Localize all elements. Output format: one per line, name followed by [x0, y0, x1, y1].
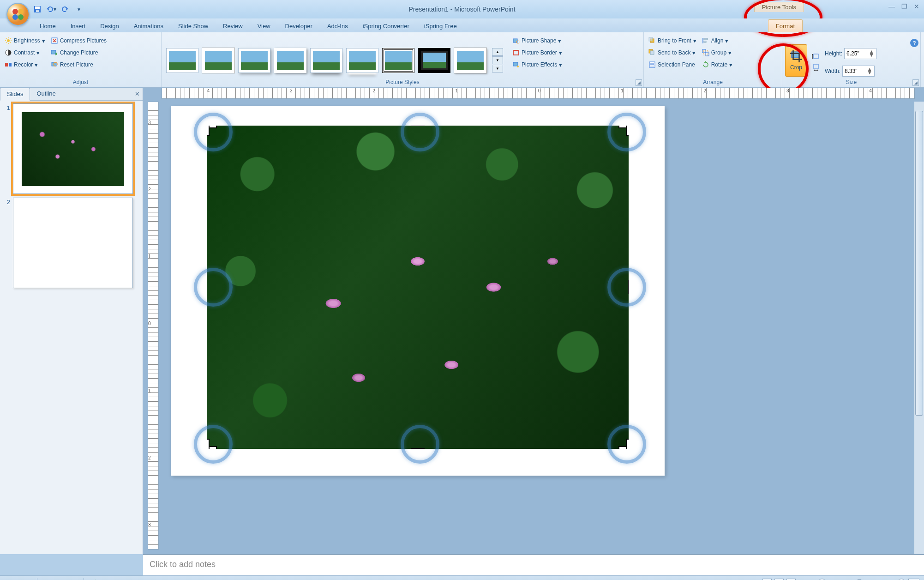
normal-view-button[interactable] — [762, 579, 772, 580]
slide-panel-close[interactable]: ✕ — [135, 91, 140, 97]
gallery-scroll-up[interactable]: ▲ — [492, 48, 503, 56]
sorter-view-button[interactable] — [774, 579, 784, 580]
group-button[interactable]: Group ▾ — [700, 48, 734, 57]
style-thumb-4[interactable] — [274, 48, 306, 73]
picture-styles-dialog-launcher[interactable]: ◢ — [636, 79, 642, 86]
style-thumb-7[interactable] — [382, 48, 414, 73]
svg-rect-22 — [513, 39, 517, 42]
ribbon-group-picture-styles: ▲ ▼ ▼ Picture Shape ▾ Picture Border ▾ P… — [162, 32, 644, 87]
tab-ispring-free[interactable]: iSpring Free — [417, 20, 464, 32]
contrast-button[interactable]: Contrast ▾ — [3, 48, 47, 57]
slide-canvas[interactable] — [171, 106, 665, 476]
zoom-out-button[interactable]: − — [818, 579, 826, 580]
svg-rect-38 — [702, 49, 706, 53]
height-input[interactable]: 6.25"▲▼ — [844, 48, 876, 59]
crop-handle-bl[interactable] — [207, 441, 215, 449]
contrast-label: Contrast — [14, 49, 35, 56]
reset-picture-button[interactable]: Reset Picture — [49, 60, 108, 69]
gallery-scroll-down[interactable]: ▼ — [492, 56, 503, 64]
tab-developer[interactable]: Developer — [278, 20, 320, 32]
change-picture-button[interactable]: Change Picture — [49, 48, 108, 57]
svg-rect-24 — [513, 50, 519, 55]
zoom-in-button[interactable]: + — [897, 579, 906, 580]
style-thumb-5[interactable] — [310, 48, 342, 73]
vertical-ruler: 3 2 1 0 1 2 3 — [148, 102, 159, 550]
picture-border-button[interactable]: Picture Border ▾ — [510, 48, 564, 57]
crop-handle-l[interactable] — [207, 280, 207, 294]
bring-to-front-button[interactable]: Bring to Front ▾ — [647, 36, 698, 45]
style-thumb-2[interactable] — [202, 48, 234, 73]
style-thumb-6[interactable] — [346, 48, 378, 73]
tab-slideshow[interactable]: Slide Show — [171, 20, 216, 32]
crop-handle-r[interactable] — [628, 280, 629, 294]
redo-icon[interactable] — [60, 4, 70, 14]
tab-home[interactable]: Home — [32, 20, 63, 32]
tab-format[interactable]: Format — [768, 19, 803, 32]
restore-button[interactable]: ❐ — [901, 3, 907, 10]
svg-rect-30 — [650, 51, 654, 54]
send-to-back-button[interactable]: Send to Back ▾ — [647, 48, 698, 57]
tab-review[interactable]: Review — [216, 20, 250, 32]
width-input[interactable]: 8.33"▲▼ — [842, 66, 875, 77]
brightness-button[interactable]: Brightness ▾ — [3, 36, 47, 45]
tab-design[interactable]: Design — [93, 20, 126, 32]
crop-handle-t[interactable] — [411, 126, 425, 126]
tab-addins[interactable]: Add-Ins — [320, 20, 355, 32]
qat-customize-icon[interactable]: ▼ — [74, 4, 84, 14]
recolor-label: Recolor — [14, 61, 33, 68]
ribbon: Brightness ▾ Contrast ▾ Recolor ▾ Compre… — [0, 32, 924, 88]
slideshow-view-button[interactable] — [786, 579, 796, 580]
crop-handle-b[interactable] — [411, 448, 425, 449]
proofing-icon[interactable] — [89, 579, 97, 580]
scrollbar-thumb[interactable] — [915, 111, 923, 416]
gallery-more-button[interactable]: ▼ — [492, 65, 503, 72]
undo-icon[interactable]: ▾ — [46, 4, 56, 14]
slide-thumbnail-2[interactable]: 2 — [3, 198, 140, 288]
rotate-button[interactable]: Rotate ▾ — [700, 60, 734, 69]
height-label: Height: — [825, 50, 842, 57]
picture-object[interactable] — [207, 126, 629, 449]
fit-to-window-button[interactable] — [908, 579, 919, 580]
tab-view[interactable]: View — [250, 20, 278, 32]
crop-handle-br[interactable] — [620, 441, 629, 449]
slide-number-1: 1 — [3, 103, 10, 194]
bring-front-label: Bring to Front — [658, 37, 691, 44]
tab-ispring-converter[interactable]: iSpring Converter — [355, 20, 417, 32]
recolor-button[interactable]: Recolor ▾ — [3, 60, 47, 69]
crop-label: Crop — [790, 64, 802, 71]
slide-thumbnail-1[interactable]: 1 — [3, 103, 140, 194]
horizontal-ruler: 4 3 2 1 0 1 2 3 4 — [162, 88, 915, 99]
crop-handle-tr[interactable] — [620, 126, 629, 134]
tab-insert[interactable]: Insert — [63, 20, 93, 32]
crop-handle-tl[interactable] — [207, 126, 215, 134]
ribbon-group-adjust: Brightness ▾ Contrast ▾ Recolor ▾ Compre… — [0, 32, 162, 87]
office-button[interactable] — [6, 3, 30, 26]
svg-rect-37 — [704, 41, 706, 42]
picture-shape-button[interactable]: Picture Shape ▾ — [510, 36, 564, 45]
style-thumb-3[interactable] — [238, 48, 270, 73]
align-button[interactable]: Align ▾ — [700, 36, 734, 45]
outline-tab[interactable]: Outline — [30, 88, 62, 100]
selection-pane-button[interactable]: Selection Pane — [647, 60, 698, 69]
vertical-scrollbar[interactable] — [914, 102, 924, 554]
minimize-button[interactable]: — — [888, 3, 895, 10]
crop-button[interactable]: Crop — [785, 44, 807, 77]
compress-pictures-button[interactable]: Compress Pictures — [49, 36, 108, 45]
svg-point-2 — [12, 14, 18, 20]
svg-line-15 — [10, 38, 11, 39]
close-button[interactable]: ✕ — [914, 3, 919, 10]
style-thumb-9[interactable] — [454, 48, 486, 73]
save-icon[interactable] — [32, 4, 42, 14]
height-icon — [812, 53, 820, 60]
notes-pane[interactable]: Click to add notes — [143, 554, 924, 575]
send-back-label: Send to Back — [658, 49, 690, 56]
svg-rect-36 — [704, 38, 708, 40]
quick-access-toolbar: ▾ ▼ — [32, 4, 84, 14]
style-thumb-1[interactable] — [166, 48, 198, 73]
style-thumb-8[interactable] — [418, 48, 450, 73]
size-dialog-launcher[interactable]: ◢ — [912, 79, 919, 86]
slides-tab[interactable]: Slides — [0, 88, 30, 101]
tab-animations[interactable]: Animations — [126, 20, 171, 32]
svg-line-13 — [10, 42, 11, 43]
picture-effects-button[interactable]: Picture Effects ▾ — [510, 60, 564, 69]
